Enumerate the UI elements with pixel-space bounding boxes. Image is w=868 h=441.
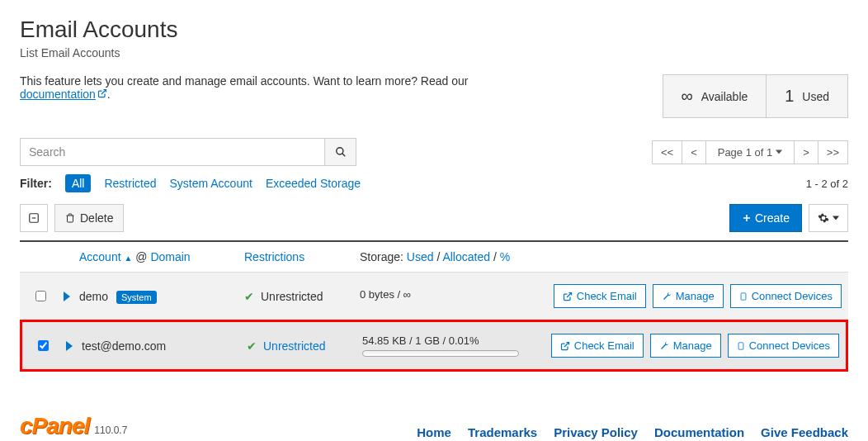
stats-box: ∞ Available 1 Used xyxy=(663,74,848,118)
page-title: Email Accounts xyxy=(20,17,848,43)
check-email-label: Check Email xyxy=(577,290,637,302)
search-button[interactable] xyxy=(325,138,356,166)
connect-devices-button[interactable]: Connect Devices xyxy=(730,284,842,308)
gear-icon xyxy=(818,212,829,224)
pager-last[interactable]: >> xyxy=(818,140,848,164)
trash-icon xyxy=(65,212,75,224)
check-email-label: Check Email xyxy=(574,339,634,352)
pager-next[interactable]: > xyxy=(795,140,818,164)
col-restrictions-sort[interactable]: Restrictions xyxy=(244,250,304,263)
sort-asc-icon: ▲ xyxy=(124,254,132,263)
footer-link-home[interactable]: Home xyxy=(417,425,451,439)
filter-restricted[interactable]: Restricted xyxy=(104,177,156,190)
storage-text: 54.85 KB / 1 GB / 0.01% xyxy=(362,334,550,347)
external-icon xyxy=(560,341,570,351)
external-icon xyxy=(563,292,573,301)
expand-toggle[interactable] xyxy=(65,341,73,351)
chevron-right-icon xyxy=(63,292,71,301)
col-pct-sort[interactable]: % xyxy=(500,250,510,263)
wrench-icon xyxy=(659,341,669,351)
filter-all[interactable]: All xyxy=(65,174,92,192)
search-input[interactable] xyxy=(20,138,325,166)
footer-link-privacy[interactable]: Privacy Policy xyxy=(554,425,638,439)
create-label: Create xyxy=(755,211,790,225)
documentation-link[interactable]: documentation xyxy=(20,88,107,101)
col-domain-sort[interactable]: Domain xyxy=(150,250,190,263)
search-icon xyxy=(335,146,347,158)
col-allocated-sort[interactable]: Allocated xyxy=(442,250,490,263)
check-icon: ✔ xyxy=(247,339,257,353)
stats-used: 1 Used xyxy=(766,75,847,117)
sep2: / xyxy=(490,250,500,263)
minus-square-icon xyxy=(28,212,40,224)
documentation-link-text: documentation xyxy=(20,88,96,101)
check-icon: ✔ xyxy=(244,290,254,303)
caret-down-icon xyxy=(776,149,782,155)
expand-toggle[interactable] xyxy=(63,292,71,301)
available-count: ∞ xyxy=(682,87,693,105)
delete-button[interactable]: Delete xyxy=(54,204,124,232)
account-name: demo xyxy=(79,290,108,303)
restriction-text: Unrestricted xyxy=(261,290,323,303)
filter-label: Filter: xyxy=(20,177,52,190)
caret-down-icon xyxy=(833,215,839,221)
svg-point-0 xyxy=(336,148,342,154)
restriction-link[interactable]: Unrestricted xyxy=(263,339,325,353)
settings-button[interactable] xyxy=(809,204,848,232)
used-count: 1 xyxy=(785,87,794,105)
filter-exceeded-storage[interactable]: Exceeded Storage xyxy=(266,177,361,190)
check-email-button[interactable]: Check Email xyxy=(554,284,646,308)
svg-line-1 xyxy=(342,154,345,157)
pager: << < Page 1 of 1 > >> xyxy=(652,140,848,164)
col-used-sort[interactable]: Used xyxy=(407,250,434,263)
footer-link-trademarks[interactable]: Trademarks xyxy=(468,425,537,439)
create-button[interactable]: Create xyxy=(729,204,802,232)
connect-label: Connect Devices xyxy=(749,339,830,352)
cpanel-logo: cPanel xyxy=(20,413,89,439)
page-subtitle: List Email Accounts xyxy=(20,46,848,59)
filter-system-account[interactable]: System Account xyxy=(169,177,252,190)
manage-label: Manage xyxy=(673,339,712,352)
result-count: 1 - 2 of 2 xyxy=(806,178,848,190)
col-account-sort[interactable]: Account ▲ xyxy=(79,250,132,263)
row-checkbox[interactable] xyxy=(35,291,46,301)
account-name: test@demo.com xyxy=(82,339,166,353)
manage-label: Manage xyxy=(676,290,715,302)
storage-text: 0 bytes / ∞ xyxy=(360,288,553,301)
svg-rect-6 xyxy=(741,292,746,299)
intro-text: This feature lets you create and manage … xyxy=(20,74,531,101)
system-badge: System xyxy=(116,291,157,304)
chevron-right-icon xyxy=(65,341,73,351)
manage-button[interactable]: Manage xyxy=(653,284,724,308)
footer-link-feedback[interactable]: Give Feedback xyxy=(761,425,848,439)
mobile-icon xyxy=(737,340,745,352)
pager-prev[interactable]: < xyxy=(682,140,706,164)
manage-button[interactable]: Manage xyxy=(650,334,721,358)
intro-period: . xyxy=(107,88,111,101)
pager-first[interactable]: << xyxy=(652,140,682,164)
wrench-icon xyxy=(662,292,672,301)
pager-page-select[interactable]: Page 1 of 1 xyxy=(706,140,795,164)
connect-devices-button[interactable]: Connect Devices xyxy=(728,334,839,358)
storage-progress xyxy=(362,350,519,357)
svg-rect-8 xyxy=(738,342,743,349)
stats-available: ∞ Available xyxy=(663,75,767,117)
intro-text-prefix: This feature lets you create and manage … xyxy=(20,74,468,88)
select-all-toggle[interactable] xyxy=(20,204,48,232)
sep1: / xyxy=(434,250,443,263)
connect-label: Connect Devices xyxy=(752,290,833,302)
check-email-button[interactable]: Check Email xyxy=(551,334,644,358)
used-label: Used xyxy=(802,90,829,103)
delete-label: Delete xyxy=(80,211,113,225)
table-row: test@demo.com ✔ Unrestricted 54.85 KB / … xyxy=(20,320,848,372)
row-checkbox[interactable] xyxy=(38,340,49,351)
mobile-icon xyxy=(739,291,748,302)
col-storage-label: Storage: xyxy=(360,250,403,263)
available-label: Available xyxy=(701,90,748,103)
plus-icon xyxy=(742,213,752,223)
col-at: @ xyxy=(135,250,147,263)
table-row: demo System ✔ Unrestricted 0 bytes / ∞ C… xyxy=(20,272,848,320)
pager-label: Page 1 of 1 xyxy=(718,146,773,159)
version-text: 110.0.7 xyxy=(94,424,127,436)
footer-link-documentation[interactable]: Documentation xyxy=(654,425,744,439)
